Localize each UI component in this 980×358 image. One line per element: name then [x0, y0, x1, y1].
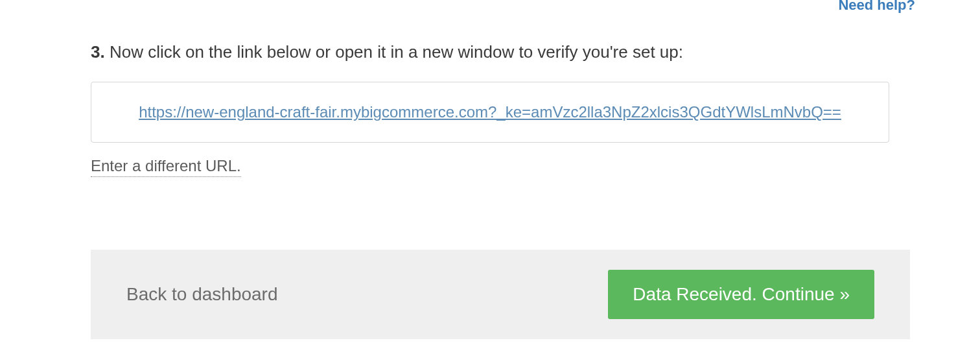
verification-link[interactable]: https://new-england-craft-fair.mybigcomm…	[139, 103, 841, 121]
step-number: 3.	[91, 42, 105, 62]
back-to-dashboard-link[interactable]: Back to dashboard	[126, 284, 278, 305]
need-help-link[interactable]: Need help?	[838, 0, 915, 14]
step-text: Now click on the link below or open it i…	[110, 42, 683, 62]
verification-link-box: https://new-england-craft-fair.mybigcomm…	[91, 82, 889, 143]
continue-button[interactable]: Data Received. Continue »	[608, 270, 874, 319]
footer-bar: Back to dashboard Data Received. Continu…	[91, 250, 910, 339]
step-instruction: 3. Now click on the link below or open i…	[91, 40, 889, 64]
enter-different-url-link[interactable]: Enter a different URL.	[91, 157, 241, 177]
